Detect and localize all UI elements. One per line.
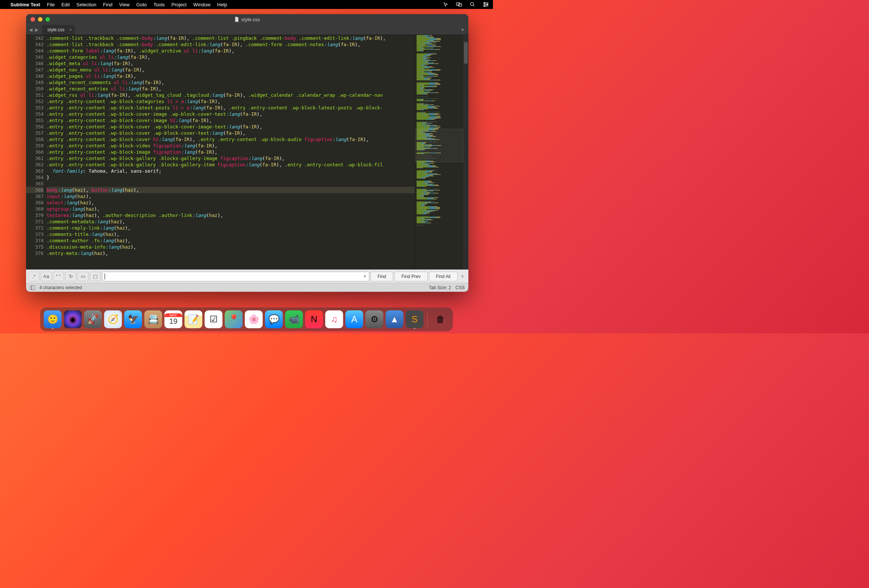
window-title: style.css: [241, 17, 260, 22]
minimap[interactable]: [415, 35, 463, 270]
dock-calendar-icon[interactable]: MAY19: [165, 310, 182, 328]
dock-music-icon[interactable]: ♫: [325, 310, 343, 328]
sublime-window: style.css ◀ ▶ style.css × ▼ 342343344345…: [26, 14, 469, 292]
dock-launchpad-icon[interactable]: 🚀: [84, 310, 102, 328]
find-input[interactable]: [105, 274, 363, 279]
spotlight-search-icon[interactable]: [469, 1, 476, 8]
menu-goto[interactable]: Goto: [136, 2, 147, 7]
dock-appstore-icon[interactable]: A: [346, 310, 363, 328]
dock-settings-icon[interactable]: ⚙: [366, 310, 384, 328]
window-titlebar[interactable]: style.css: [26, 14, 469, 25]
tab-bar: ◀ ▶ style.css × ▼: [26, 25, 469, 35]
svg-line-3: [473, 5, 475, 6]
svg-point-9: [484, 6, 485, 7]
svg-point-8: [487, 4, 488, 5]
tab-history-nav[interactable]: ◀ ▶: [26, 27, 42, 33]
control-center-icon[interactable]: [482, 1, 489, 8]
dock-mail-icon[interactable]: 🦅: [125, 310, 142, 328]
tab-close-icon[interactable]: ×: [69, 27, 72, 33]
menu-tools[interactable]: Tools: [153, 2, 165, 7]
find-wrap-toggle[interactable]: ↻: [65, 272, 76, 281]
line-number-gutter: 3423433443453463473483493503513523533543…: [26, 35, 46, 270]
dock-notes-icon[interactable]: 📝: [185, 310, 203, 328]
find-input-wrapper: ▼: [102, 272, 369, 281]
dock-reminders-icon[interactable]: ☑: [205, 310, 222, 328]
find-prev-button[interactable]: Find Prev: [394, 272, 427, 281]
document-icon: [234, 17, 239, 22]
dock-contacts-icon[interactable]: 📇: [144, 310, 162, 328]
find-wholeword-toggle[interactable]: “ ”: [53, 272, 64, 281]
menu-find[interactable]: Find: [103, 2, 113, 7]
find-highlight-toggle[interactable]: ▢: [90, 272, 101, 281]
dock-facetime-icon[interactable]: 📹: [285, 310, 303, 328]
dock-siri-icon[interactable]: ◉: [64, 310, 82, 328]
status-bar: 4 characters selected Tab Size: 2 CSS: [26, 283, 469, 292]
window-close-button[interactable]: [31, 17, 35, 22]
tab-label: style.css: [47, 27, 64, 33]
menu-view[interactable]: View: [119, 2, 130, 7]
menu-project[interactable]: Project: [172, 2, 187, 7]
find-panel: .* Aa “ ” ↻ ▭ ▢ ▼ Find Find Prev Find Al…: [26, 270, 469, 283]
find-close-icon[interactable]: ×: [459, 274, 466, 279]
dock-photos-icon[interactable]: 🌸: [245, 310, 263, 328]
menu-edit[interactable]: Edit: [61, 2, 70, 7]
dock-sublime-icon[interactable]: S: [406, 310, 424, 328]
vertical-scrollbar[interactable]: [463, 35, 469, 270]
status-syntax[interactable]: CSS: [455, 285, 465, 290]
menu-selection[interactable]: Selection: [76, 2, 96, 7]
dock-finder-icon[interactable]: 🙂: [44, 310, 62, 328]
status-tabsize[interactable]: Tab Size: 2: [429, 285, 451, 290]
cursor-icon[interactable]: [442, 1, 449, 8]
find-inselection-toggle[interactable]: ▭: [77, 272, 89, 281]
dock-xcode-icon[interactable]: ▲: [386, 310, 403, 328]
dock-safari-icon[interactable]: 🧭: [104, 310, 122, 328]
tab-style-css[interactable]: style.css ×: [42, 25, 75, 35]
panel-switcher-icon[interactable]: [30, 286, 35, 290]
menu-file[interactable]: File: [47, 2, 55, 7]
dock-trash-icon[interactable]: 🗑: [432, 310, 449, 328]
window-minimize-button[interactable]: [38, 17, 43, 22]
dock-separator: [427, 311, 428, 327]
find-all-button[interactable]: Find All: [429, 272, 458, 281]
tab-overflow-dropdown[interactable]: ▼: [457, 28, 469, 32]
macos-dock: 🙂 ◉ 🚀 🧭 🦅 📇 MAY19 📝 ☑ 📍 🌸 💬 📹 N ♫ A ⚙ ▲ …: [40, 307, 453, 331]
app-menu[interactable]: Sublime Text: [10, 2, 40, 7]
window-zoom-button[interactable]: [45, 17, 50, 22]
menu-window[interactable]: Window: [193, 2, 211, 7]
macos-menubar: Sublime Text File Edit Selection Find Vi…: [0, 0, 493, 9]
svg-point-2: [471, 3, 474, 6]
dock-news-icon[interactable]: N: [305, 310, 323, 328]
svg-point-7: [484, 3, 485, 4]
screen-mirror-icon[interactable]: [456, 1, 463, 8]
minimap-viewport[interactable]: [415, 129, 463, 162]
find-history-dropdown[interactable]: ▼: [363, 274, 367, 278]
editor-area[interactable]: 3423433443453463473483493503513523533543…: [26, 35, 469, 270]
find-button[interactable]: Find: [371, 272, 393, 281]
dock-maps-icon[interactable]: 📍: [225, 310, 243, 328]
code-content[interactable]: .comment-list .trackback .comment-body:l…: [46, 35, 415, 270]
find-regex-toggle[interactable]: .*: [28, 272, 40, 281]
status-selection: 4 characters selected: [40, 285, 82, 290]
scrollbar-thumb[interactable]: [464, 42, 468, 64]
menu-help[interactable]: Help: [217, 2, 227, 7]
find-case-toggle[interactable]: Aa: [41, 272, 52, 281]
dock-messages-icon[interactable]: 💬: [265, 310, 283, 328]
